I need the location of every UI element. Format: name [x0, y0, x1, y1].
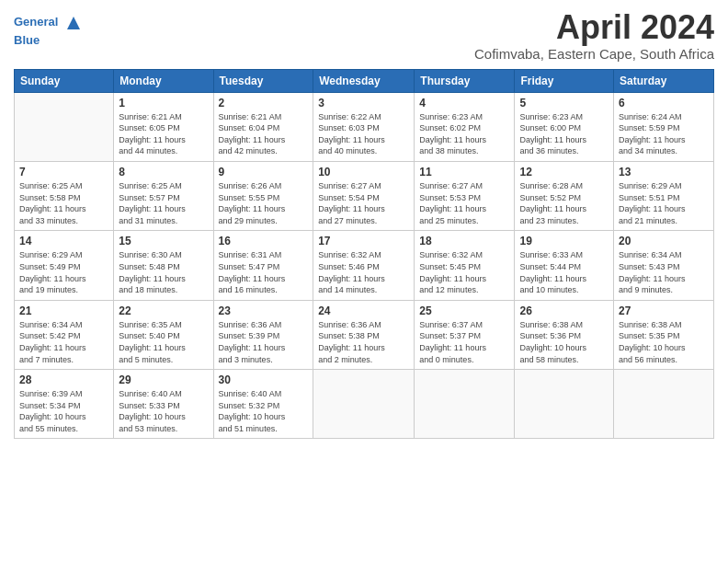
calendar-title: April 2024 — [474, 9, 714, 46]
day-info: Sunrise: 6:34 AM Sunset: 5:42 PM Dayligh… — [19, 319, 108, 365]
day-number: 17 — [318, 235, 409, 247]
calendar-cell — [15, 92, 114, 161]
day-info: Sunrise: 6:32 AM Sunset: 5:46 PM Dayligh… — [318, 249, 409, 295]
title-section: April 2024 Cofimvaba, Eastern Cape, Sout… — [474, 9, 714, 62]
calendar-cell: 19Sunrise: 6:33 AM Sunset: 5:44 PM Dayli… — [515, 231, 614, 300]
col-saturday: Saturday — [614, 69, 714, 92]
header: General Blue April 2024 Cofimvaba, Easte… — [14, 9, 714, 62]
calendar-week-4: 21Sunrise: 6:34 AM Sunset: 5:42 PM Dayli… — [15, 300, 714, 369]
calendar-cell — [313, 370, 415, 439]
day-number: 6 — [619, 97, 709, 109]
calendar-cell: 25Sunrise: 6:37 AM Sunset: 5:37 PM Dayli… — [415, 300, 515, 369]
calendar-table: Sunday Monday Tuesday Wednesday Thursday… — [14, 69, 714, 440]
calendar-cell: 5Sunrise: 6:23 AM Sunset: 6:00 PM Daylig… — [515, 92, 614, 161]
day-number: 22 — [119, 304, 208, 317]
calendar-week-5: 28Sunrise: 6:39 AM Sunset: 5:34 PM Dayli… — [15, 370, 714, 439]
day-info: Sunrise: 6:38 AM Sunset: 5:35 PM Dayligh… — [619, 319, 709, 365]
day-number: 10 — [318, 166, 409, 178]
day-number: 12 — [519, 166, 609, 178]
day-number: 4 — [419, 97, 509, 109]
day-info: Sunrise: 6:38 AM Sunset: 5:36 PM Dayligh… — [519, 319, 609, 365]
calendar-cell: 12Sunrise: 6:28 AM Sunset: 5:52 PM Dayli… — [515, 161, 614, 230]
day-info: Sunrise: 6:40 AM Sunset: 5:32 PM Dayligh… — [219, 388, 309, 434]
logo-text: General — [14, 13, 84, 33]
calendar-cell: 13Sunrise: 6:29 AM Sunset: 5:51 PM Dayli… — [614, 161, 714, 230]
calendar-cell: 30Sunrise: 6:40 AM Sunset: 5:32 PM Dayli… — [213, 370, 313, 439]
col-sunday: Sunday — [15, 69, 114, 92]
day-number: 15 — [119, 235, 208, 247]
day-info: Sunrise: 6:31 AM Sunset: 5:47 PM Dayligh… — [219, 249, 309, 295]
day-number: 25 — [419, 304, 509, 317]
day-info: Sunrise: 6:32 AM Sunset: 5:45 PM Dayligh… — [419, 249, 509, 295]
day-number: 23 — [219, 304, 309, 317]
day-number: 18 — [419, 235, 509, 247]
day-info: Sunrise: 6:30 AM Sunset: 5:48 PM Dayligh… — [119, 249, 208, 295]
calendar-cell: 1Sunrise: 6:21 AM Sunset: 6:05 PM Daylig… — [114, 92, 213, 161]
day-number: 7 — [19, 166, 108, 178]
calendar-cell: 11Sunrise: 6:27 AM Sunset: 5:53 PM Dayli… — [415, 161, 515, 230]
day-info: Sunrise: 6:34 AM Sunset: 5:43 PM Dayligh… — [619, 249, 709, 295]
day-info: Sunrise: 6:36 AM Sunset: 5:39 PM Dayligh… — [219, 319, 309, 365]
col-tuesday: Tuesday — [213, 69, 313, 92]
day-info: Sunrise: 6:23 AM Sunset: 6:00 PM Dayligh… — [519, 111, 609, 157]
calendar-cell: 26Sunrise: 6:38 AM Sunset: 5:36 PM Dayli… — [515, 300, 614, 369]
col-friday: Friday — [515, 69, 614, 92]
day-info: Sunrise: 6:33 AM Sunset: 5:44 PM Dayligh… — [519, 249, 609, 295]
day-number: 1 — [119, 97, 208, 109]
day-number: 11 — [419, 166, 509, 178]
day-info: Sunrise: 6:27 AM Sunset: 5:53 PM Dayligh… — [419, 180, 509, 226]
calendar-cell: 21Sunrise: 6:34 AM Sunset: 5:42 PM Dayli… — [15, 300, 114, 369]
calendar-cell: 27Sunrise: 6:38 AM Sunset: 5:35 PM Dayli… — [614, 300, 714, 369]
day-info: Sunrise: 6:40 AM Sunset: 5:33 PM Dayligh… — [119, 388, 208, 434]
logo-blue: Blue — [14, 33, 84, 48]
logo-general: General — [14, 15, 58, 29]
day-number: 27 — [619, 304, 709, 317]
day-info: Sunrise: 6:28 AM Sunset: 5:52 PM Dayligh… — [519, 180, 609, 226]
day-info: Sunrise: 6:25 AM Sunset: 5:57 PM Dayligh… — [119, 180, 208, 226]
day-info: Sunrise: 6:26 AM Sunset: 5:55 PM Dayligh… — [219, 180, 309, 226]
calendar-cell: 6Sunrise: 6:24 AM Sunset: 5:59 PM Daylig… — [614, 92, 714, 161]
calendar-cell: 15Sunrise: 6:30 AM Sunset: 5:48 PM Dayli… — [114, 231, 213, 300]
day-info: Sunrise: 6:25 AM Sunset: 5:58 PM Dayligh… — [19, 180, 108, 226]
day-number: 19 — [519, 235, 609, 247]
calendar-week-3: 14Sunrise: 6:29 AM Sunset: 5:49 PM Dayli… — [15, 231, 714, 300]
calendar-week-1: 1Sunrise: 6:21 AM Sunset: 6:05 PM Daylig… — [15, 92, 714, 161]
calendar-cell: 9Sunrise: 6:26 AM Sunset: 5:55 PM Daylig… — [213, 161, 313, 230]
day-number: 28 — [19, 373, 108, 386]
calendar-cell — [614, 370, 714, 439]
day-number: 2 — [219, 97, 309, 109]
day-info: Sunrise: 6:35 AM Sunset: 5:40 PM Dayligh… — [119, 319, 208, 365]
day-number: 26 — [519, 304, 609, 317]
day-number: 29 — [119, 373, 208, 386]
calendar-header: Sunday Monday Tuesday Wednesday Thursday… — [15, 69, 714, 92]
day-info: Sunrise: 6:29 AM Sunset: 5:51 PM Dayligh… — [619, 180, 709, 226]
calendar-cell: 3Sunrise: 6:22 AM Sunset: 6:03 PM Daylig… — [313, 92, 415, 161]
day-number: 8 — [119, 166, 208, 178]
calendar-cell: 7Sunrise: 6:25 AM Sunset: 5:58 PM Daylig… — [15, 161, 114, 230]
day-number: 5 — [519, 97, 609, 109]
calendar-cell: 10Sunrise: 6:27 AM Sunset: 5:54 PM Dayli… — [313, 161, 415, 230]
calendar-cell: 14Sunrise: 6:29 AM Sunset: 5:49 PM Dayli… — [15, 231, 114, 300]
page: General Blue April 2024 Cofimvaba, Easte… — [0, 0, 728, 563]
day-info: Sunrise: 6:36 AM Sunset: 5:38 PM Dayligh… — [318, 319, 409, 365]
calendar-cell — [415, 370, 515, 439]
day-info: Sunrise: 6:22 AM Sunset: 6:03 PM Dayligh… — [318, 111, 409, 157]
calendar-cell: 8Sunrise: 6:25 AM Sunset: 5:57 PM Daylig… — [114, 161, 213, 230]
day-info: Sunrise: 6:24 AM Sunset: 5:59 PM Dayligh… — [619, 111, 709, 157]
calendar-body: 1Sunrise: 6:21 AM Sunset: 6:05 PM Daylig… — [15, 92, 714, 439]
calendar-cell — [515, 370, 614, 439]
day-number: 13 — [619, 166, 709, 178]
calendar-cell: 18Sunrise: 6:32 AM Sunset: 5:45 PM Dayli… — [415, 231, 515, 300]
day-number: 9 — [219, 166, 309, 178]
calendar-cell: 24Sunrise: 6:36 AM Sunset: 5:38 PM Dayli… — [313, 300, 415, 369]
calendar-cell: 17Sunrise: 6:32 AM Sunset: 5:46 PM Dayli… — [313, 231, 415, 300]
logo-icon — [63, 13, 84, 33]
calendar-cell: 22Sunrise: 6:35 AM Sunset: 5:40 PM Dayli… — [114, 300, 213, 369]
day-info: Sunrise: 6:23 AM Sunset: 6:02 PM Dayligh… — [419, 111, 509, 157]
day-number: 14 — [19, 235, 108, 247]
day-info: Sunrise: 6:27 AM Sunset: 5:54 PM Dayligh… — [318, 180, 409, 226]
day-info: Sunrise: 6:21 AM Sunset: 6:05 PM Dayligh… — [119, 111, 208, 157]
col-monday: Monday — [114, 69, 213, 92]
day-info: Sunrise: 6:39 AM Sunset: 5:34 PM Dayligh… — [19, 388, 108, 434]
calendar-cell: 29Sunrise: 6:40 AM Sunset: 5:33 PM Dayli… — [114, 370, 213, 439]
